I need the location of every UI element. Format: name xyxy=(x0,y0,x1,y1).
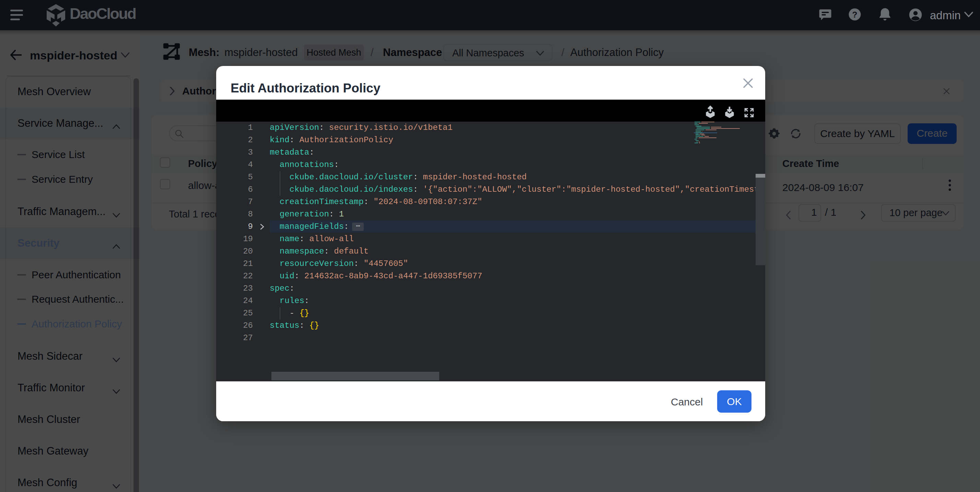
svg-text:?: ? xyxy=(852,10,858,19)
